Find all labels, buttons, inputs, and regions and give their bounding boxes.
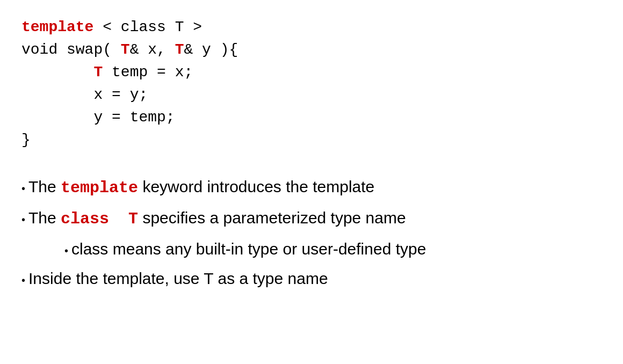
bullet-dot-4: • [21, 271, 25, 289]
code-angle-brackets: < class T > [93, 19, 202, 35]
bullet-item-1: • The template keyword introduces the te… [21, 173, 602, 202]
code-line-1: template < class T > [21, 16, 602, 39]
code-indent-1 [21, 64, 93, 81]
bullet-list: • The template keyword introduces the te… [21, 173, 602, 292]
code-closing-brace: } [21, 132, 31, 148]
keyword-template: template [21, 19, 93, 35]
code-T2: T [175, 41, 184, 58]
code-temp-assign: temp = x; [103, 64, 193, 81]
bullet-text-2: The class T specifies a parameterized ty… [28, 204, 406, 233]
keyword-class-T-inline: class T [61, 210, 138, 228]
bullet-dot-1: • [21, 179, 25, 198]
code-void-swap: void swap( [21, 41, 121, 58]
code-line-3: T temp = x; [21, 61, 602, 84]
bullet-item-4: • Inside the template, use T as a type n… [21, 265, 602, 292]
code-block: template < class T > void swap( T& x, T&… [21, 16, 602, 151]
bullet-dot-3: • [64, 242, 68, 260]
bullet-text-4: Inside the template, use T as a type nam… [28, 265, 328, 292]
code-line-5: y = temp; [21, 106, 602, 129]
code-line-4: x = y; [21, 84, 602, 106]
code-x-assign: x = y; [21, 86, 148, 103]
code-line-2: void swap( T& x, T& y ){ [21, 39, 602, 61]
bullet-item-3: • class means any built-in type or user-… [21, 235, 602, 263]
code-T1: T [121, 41, 130, 58]
bullet-text-1: The template keyword introduces the temp… [28, 173, 374, 202]
code-T3: T [93, 64, 103, 81]
bullet-text-3: class means any built-in type or user-de… [71, 235, 426, 263]
code-amp-x: & x, [130, 41, 175, 58]
code-line-6: } [21, 129, 602, 151]
code-y-assign: y = temp; [21, 109, 175, 126]
code-amp-y: & y ){ [184, 41, 238, 58]
bullet-item-2: • The class T specifies a parameterized … [21, 204, 602, 233]
bullet-dot-2: • [21, 210, 25, 229]
keyword-template-inline: template [61, 179, 138, 197]
